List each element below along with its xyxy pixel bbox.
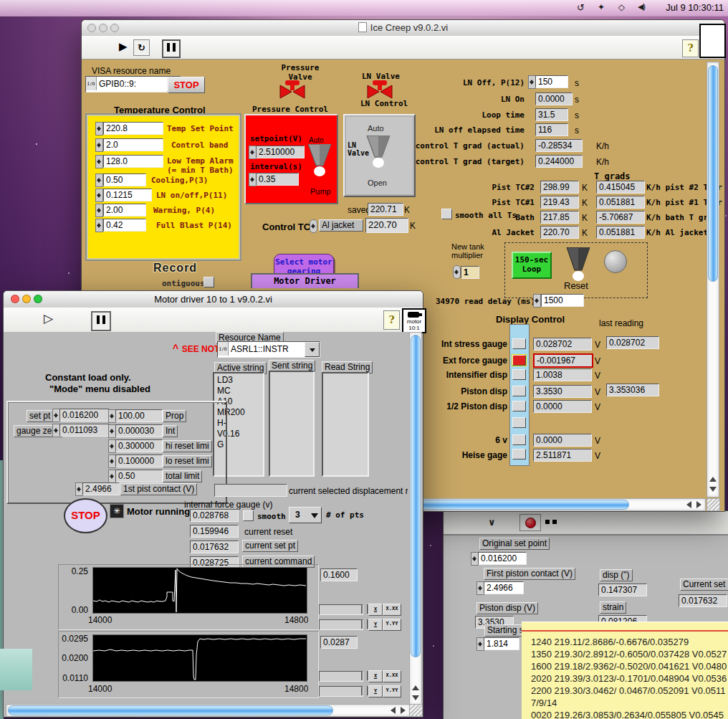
- volume-icon[interactable]: ◀): [638, 2, 645, 11]
- loop-indicator-lamp[interactable]: [604, 250, 627, 273]
- ext-force-display-toggle[interactable]: [512, 355, 526, 366]
- chart1-x-axis-icon[interactable]: X: [368, 604, 383, 616]
- warming-field[interactable]: 2.00: [103, 204, 146, 216]
- help-icon[interactable]: ?: [383, 310, 400, 330]
- temp-set-point-spinner[interactable]: [95, 122, 103, 135]
- interval-field[interactable]: 0.35: [256, 173, 299, 186]
- ice-vscroll-down-icon[interactable]: [707, 482, 718, 493]
- warming-spinner[interactable]: [95, 204, 103, 217]
- spare-display-toggle[interactable]: [512, 417, 526, 428]
- chart1-y-lock-icon[interactable]: [361, 619, 368, 629]
- motor-title-bar[interactable]: Motor driver 10 to 1 v9.0.2.vi: [4, 291, 423, 308]
- smooth-checkbox[interactable]: [243, 510, 254, 521]
- minimize-icon[interactable]: [22, 295, 31, 303]
- disp-chart-plot[interactable]: [92, 634, 307, 682]
- motor-vscroll-down-icon[interactable]: [410, 691, 421, 702]
- motor-hscrollbar[interactable]: [6, 704, 411, 717]
- ln-onoff-field[interactable]: 0.1215: [103, 189, 152, 201]
- loop-150-button[interactable]: 150-sec Loop: [512, 252, 552, 279]
- pump-valve-knob[interactable]: [306, 144, 333, 177]
- temp-set-point-field[interactable]: 220.8: [103, 122, 163, 135]
- setpoint-field[interactable]: 2.510000: [256, 146, 305, 158]
- ln-onoff-spinner[interactable]: [95, 189, 103, 202]
- ice-hscroll-left-icon[interactable]: [681, 499, 691, 510]
- low-temp-alarm-field[interactable]: 128.0: [103, 155, 163, 168]
- help-icon[interactable]: ?: [682, 39, 699, 57]
- full-blast-spinner[interactable]: [95, 219, 103, 232]
- chart2-y-format-icon[interactable]: Y.YY: [383, 685, 401, 697]
- chart1-y-axis-icon[interactable]: Y: [368, 619, 383, 631]
- ice-vscroll-thumb[interactable]: [708, 65, 718, 282]
- reset-knob[interactable]: [564, 247, 593, 282]
- motor-stop-button[interactable]: STOP: [64, 498, 107, 533]
- minimize-icon[interactable]: [99, 24, 107, 32]
- chart2-x-axis-icon[interactable]: X: [368, 670, 383, 682]
- total-limit-field[interactable]: 0.50: [115, 470, 163, 482]
- half-piston-display-toggle[interactable]: [512, 401, 526, 411]
- gauge-zero-field[interactable]: 0.011093: [59, 424, 110, 437]
- visa-resource-dropdown[interactable]: I/O GPIB0::9:: [85, 76, 181, 92]
- first-piston-contact-field[interactable]: 2.4966: [484, 581, 524, 594]
- control-tc-ring[interactable]: Al jacket: [319, 219, 363, 232]
- abort-button[interactable]: [519, 514, 541, 531]
- ice-title-bar[interactable]: Ice Creep v9.0.2.vi: [82, 20, 724, 37]
- motor-resize-grip[interactable]: [409, 704, 423, 717]
- chart1-x-lock-icon[interactable]: [361, 604, 368, 614]
- new-tank-field[interactable]: 1: [461, 266, 479, 279]
- run-icon[interactable]: ▷: [44, 311, 53, 326]
- new-tank-spinner[interactable]: [453, 265, 461, 279]
- resource-dropdown[interactable]: I/O ASRL1::INSTR: [217, 341, 320, 358]
- chart1-x-format-icon[interactable]: X.XX: [383, 604, 401, 616]
- read-delay-field[interactable]: 1500: [541, 294, 584, 307]
- motor-vscroll-thumb[interactable]: [411, 335, 421, 657]
- piston-display-toggle[interactable]: [512, 386, 526, 396]
- chart2-y-axis-icon[interactable]: Y: [368, 685, 383, 697]
- ice-hscroll-right-icon[interactable]: [692, 499, 703, 510]
- contact-field[interactable]: 2.4966: [82, 482, 120, 495]
- motor-hscroll-thumb[interactable]: [8, 705, 333, 715]
- intensifier-display-toggle[interactable]: [512, 369, 526, 380]
- chart1-y-scale-field[interactable]: [319, 619, 363, 630]
- close-icon[interactable]: [11, 295, 19, 303]
- heise-display-toggle[interactable]: [512, 449, 526, 460]
- motor-vscroll-up-icon[interactable]: [410, 680, 421, 690]
- menubar-clock[interactable]: Jul 9 10:30:11: [666, 2, 724, 13]
- chart2-x-format-icon[interactable]: X.XX: [383, 670, 401, 682]
- note-text[interactable]: 1240 219.11/2.8686/-0.6676/0.035279 1350…: [531, 636, 727, 719]
- aux-run-icon-fragment[interactable]: ∨: [488, 517, 496, 528]
- run-continuous-icon[interactable]: ↻: [133, 39, 150, 56]
- ice-stop-button[interactable]: STOP: [168, 77, 205, 93]
- chart1-x-scale-field[interactable]: [319, 604, 363, 615]
- chart2-y-scale-field[interactable]: [319, 686, 363, 697]
- read-delay-spinner[interactable]: [533, 294, 541, 308]
- prop-field[interactable]: 100.00: [115, 409, 163, 422]
- original-set-point-field[interactable]: 0.016200: [478, 552, 527, 565]
- spotlight-icon[interactable]: ◇: [618, 2, 625, 12]
- motor-vscrollbar[interactable]: [409, 332, 422, 705]
- six-v-display-toggle[interactable]: [512, 434, 526, 445]
- motor-hscroll-right-icon[interactable]: [396, 705, 407, 715]
- ln-off-field[interactable]: 150: [535, 75, 568, 88]
- ice-resize-grip[interactable]: [707, 498, 720, 511]
- control-tc-ring-spinner[interactable]: [310, 219, 317, 233]
- full-blast-field[interactable]: 0.42: [103, 219, 146, 232]
- resource-dropdown-arrow-icon[interactable]: [305, 342, 320, 357]
- motor-hscroll-left-icon[interactable]: [385, 705, 396, 715]
- low-temp-alarm-spinner[interactable]: [95, 155, 103, 168]
- contiguous-checkbox[interactable]: [203, 277, 214, 287]
- control-band-field[interactable]: 2.0: [103, 138, 163, 151]
- cooling-field[interactable]: 0.50: [103, 173, 146, 186]
- chart2-x-scale-field[interactable]: [319, 671, 363, 682]
- int-field[interactable]: 0.000030: [115, 424, 163, 437]
- starting-strain-field[interactable]: 1.814: [484, 637, 519, 650]
- pause-button-fragment[interactable]: [544, 515, 560, 528]
- ice-vscrollbar[interactable]: [707, 62, 719, 497]
- read-string-list[interactable]: [322, 372, 369, 477]
- hi-reset-field[interactable]: 0.300000: [115, 439, 163, 452]
- num-pts-dropdown[interactable]: 3: [289, 507, 322, 523]
- pause-icon[interactable]: [162, 39, 181, 58]
- ice-vscroll-up-icon[interactable]: [707, 471, 718, 482]
- pause-icon[interactable]: [91, 311, 111, 331]
- zoom-icon[interactable]: [34, 295, 42, 303]
- cooling-spinner[interactable]: [95, 173, 103, 187]
